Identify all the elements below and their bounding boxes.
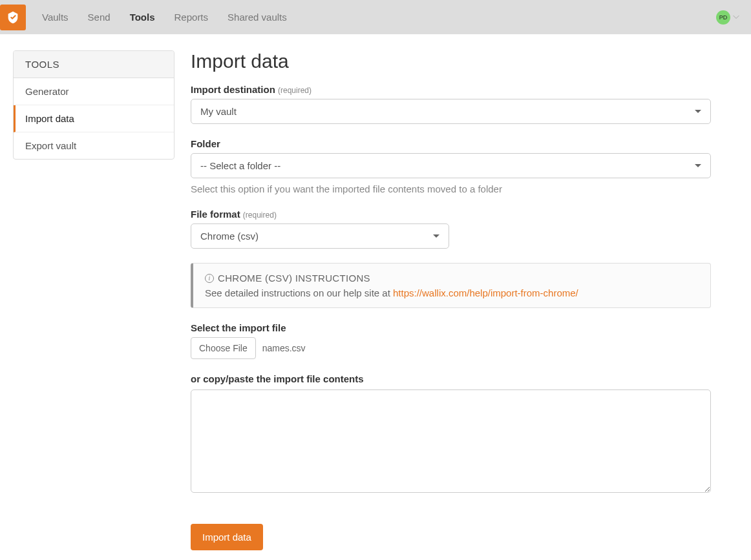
label-folder: Folder bbox=[191, 138, 711, 149]
folder-hint: Select this option if you want the impor… bbox=[191, 183, 711, 194]
format-instructions-box: i CHROME (CSV) INSTRUCTIONS See detailed… bbox=[191, 263, 711, 308]
chevron-down-icon bbox=[433, 234, 439, 238]
app-logo[interactable] bbox=[0, 5, 26, 30]
label-import-destination: Import destination (required) bbox=[191, 84, 711, 95]
user-menu[interactable]: PD bbox=[716, 10, 745, 25]
instructions-title: CHROME (CSV) INSTRUCTIONS bbox=[218, 273, 370, 284]
chevron-down-icon bbox=[695, 164, 701, 167]
sidebar-item-import-data[interactable]: Import data bbox=[14, 105, 174, 132]
import-data-button[interactable]: Import data bbox=[191, 524, 263, 550]
main-panel: Import data Import destination (required… bbox=[191, 50, 711, 550]
field-import-file: Select the import file Choose File names… bbox=[191, 322, 711, 359]
shield-logo-icon bbox=[6, 10, 20, 25]
select-folder[interactable]: -- Select a folder -- bbox=[191, 153, 711, 178]
field-import-destination: Import destination (required) My vault bbox=[191, 84, 711, 124]
page-title: Import data bbox=[191, 50, 711, 72]
sidebar-title: TOOLS bbox=[14, 51, 174, 78]
sidebar-item-export-vault[interactable]: Export vault bbox=[14, 132, 174, 159]
label-import-file: Select the import file bbox=[191, 322, 711, 333]
choose-file-button[interactable]: Choose File bbox=[191, 337, 256, 359]
nav-vaults[interactable]: Vaults bbox=[42, 12, 69, 23]
top-navigation: Vaults Send Tools Reports Shared vaults bbox=[42, 12, 716, 23]
select-value: My vault bbox=[200, 106, 237, 117]
nav-shared-vaults[interactable]: Shared vaults bbox=[227, 12, 287, 23]
select-value: Chrome (csv) bbox=[200, 231, 259, 242]
topbar: Vaults Send Tools Reports Shared vaults … bbox=[0, 0, 751, 34]
info-icon: i bbox=[205, 274, 214, 283]
instructions-help-link[interactable]: https://wallix.com/help/import-from-chro… bbox=[393, 287, 578, 298]
chevron-down-icon bbox=[733, 16, 739, 19]
label-paste-contents: or copy/paste the import file contents bbox=[191, 373, 711, 384]
chevron-down-icon bbox=[695, 110, 701, 113]
field-file-format: File format (required) Chrome (csv) bbox=[191, 209, 711, 249]
tools-sidebar: TOOLS Generator Import data Export vault bbox=[13, 50, 175, 160]
content-area: TOOLS Generator Import data Export vault… bbox=[0, 34, 751, 560]
instructions-title-row: i CHROME (CSV) INSTRUCTIONS bbox=[205, 273, 699, 284]
select-value: -- Select a folder -- bbox=[200, 160, 280, 171]
selected-filename: names.csv bbox=[262, 343, 306, 353]
select-import-destination[interactable]: My vault bbox=[191, 99, 711, 124]
sidebar-item-generator[interactable]: Generator bbox=[14, 78, 174, 105]
field-paste-contents: or copy/paste the import file contents bbox=[191, 373, 711, 495]
nav-send[interactable]: Send bbox=[88, 12, 111, 23]
select-file-format[interactable]: Chrome (csv) bbox=[191, 223, 449, 249]
paste-textarea[interactable] bbox=[191, 389, 711, 493]
field-folder: Folder -- Select a folder -- Select this… bbox=[191, 138, 711, 194]
instructions-body: See detailed instructions on our help si… bbox=[205, 287, 699, 298]
avatar: PD bbox=[716, 10, 730, 25]
file-picker-row: Choose File names.csv bbox=[191, 337, 711, 359]
nav-tools[interactable]: Tools bbox=[130, 12, 155, 23]
nav-reports[interactable]: Reports bbox=[175, 12, 209, 23]
label-file-format: File format (required) bbox=[191, 209, 711, 220]
